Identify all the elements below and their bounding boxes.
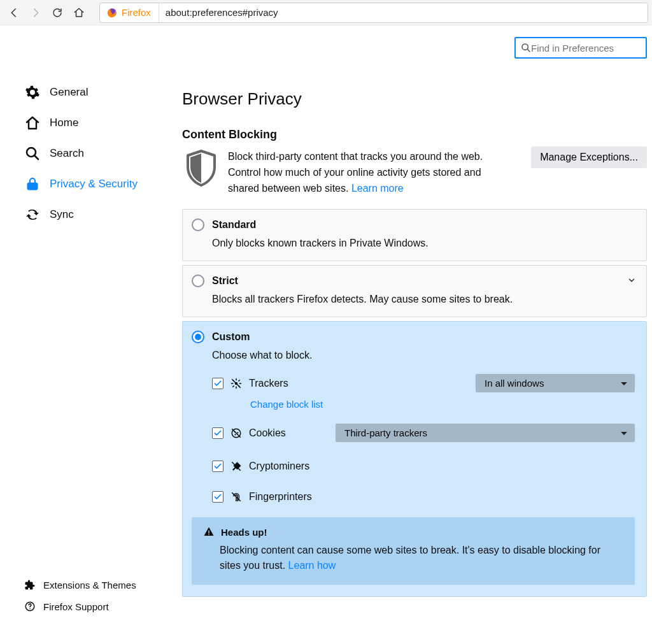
shield-icon bbox=[185, 149, 218, 187]
radio-strict[interactable] bbox=[192, 275, 204, 287]
identity-label: Firefox bbox=[122, 7, 151, 18]
learn-more-link[interactable]: Learn more bbox=[351, 183, 404, 194]
back-icon bbox=[8, 7, 20, 18]
sidebar-bottom-label: Extensions & Themes bbox=[43, 580, 136, 590]
checkbox-fingerprinters[interactable] bbox=[212, 491, 223, 503]
svg-point-4 bbox=[29, 608, 31, 610]
heads-up-body: Blocking content can cause some web site… bbox=[220, 543, 623, 573]
gear-icon bbox=[24, 84, 41, 101]
custom-row-cookies: Cookies Third-party trackers bbox=[212, 419, 635, 445]
checkbox-cryptominers[interactable] bbox=[212, 461, 223, 472]
option-strict[interactable]: Strict Blocks all trackers Firefox detec… bbox=[182, 265, 647, 317]
svg-point-10 bbox=[234, 434, 236, 435]
change-block-list-link[interactable]: Change block list bbox=[250, 399, 323, 410]
sidebar-item-privacy[interactable]: Privacy & Security bbox=[24, 176, 172, 192]
sidebar-item-extensions[interactable]: Extensions & Themes bbox=[24, 579, 172, 590]
option-strict-title: Strict bbox=[212, 275, 238, 287]
help-icon bbox=[24, 601, 36, 612]
search-icon bbox=[521, 43, 531, 53]
heads-up-title: Heads up! bbox=[221, 527, 267, 538]
custom-row-fingerprinters: Fingerprinters bbox=[212, 485, 635, 506]
cookies-label: Cookies bbox=[249, 427, 286, 439]
content-blocking-intro: Block third-party content that tracks yo… bbox=[228, 149, 514, 196]
page-title: Browser Privacy bbox=[182, 89, 647, 109]
sidebar-item-label: Home bbox=[50, 117, 78, 129]
heads-up-panel: Heads up! Blocking content can cause som… bbox=[192, 517, 635, 585]
custom-row-cryptominers: Cryptominers bbox=[212, 455, 635, 475]
sidebar-item-general[interactable]: General bbox=[24, 84, 172, 101]
home-icon bbox=[24, 115, 41, 131]
radio-custom[interactable] bbox=[192, 331, 204, 343]
option-standard[interactable]: Standard Only blocks known trackers in P… bbox=[182, 209, 647, 261]
lock-icon bbox=[24, 176, 41, 192]
puzzle-icon bbox=[24, 579, 36, 590]
chevron-down-icon[interactable] bbox=[627, 276, 636, 285]
forward-button[interactable] bbox=[25, 3, 46, 23]
svg-rect-2 bbox=[27, 183, 38, 190]
sync-icon bbox=[24, 206, 41, 223]
manage-exceptions-button[interactable]: Manage Exceptions... bbox=[531, 147, 647, 168]
cryptominers-label: Cryptominers bbox=[249, 461, 309, 472]
trackers-icon bbox=[230, 377, 243, 390]
trackers-label: Trackers bbox=[249, 378, 288, 389]
browser-toolbar: Firefox about:preferences#privacy bbox=[0, 0, 652, 25]
sidebar-item-sync[interactable]: Sync bbox=[24, 206, 172, 223]
preferences-sidebar: General Home Search Privacy & Security bbox=[0, 25, 172, 644]
option-standard-desc: Only blocks known trackers in Private Wi… bbox=[212, 238, 635, 249]
url-text: about:preferences#privacy bbox=[159, 7, 285, 18]
home-button[interactable] bbox=[69, 3, 89, 23]
radio-standard[interactable] bbox=[192, 218, 204, 231]
sidebar-item-label: Search bbox=[50, 147, 84, 160]
cookies-icon bbox=[230, 427, 243, 440]
forward-icon bbox=[30, 7, 41, 18]
section-title: Content Blocking bbox=[182, 128, 647, 141]
home-icon bbox=[73, 7, 85, 18]
svg-rect-12 bbox=[208, 534, 209, 535]
sidebar-item-home[interactable]: Home bbox=[24, 115, 172, 131]
sidebar-item-search[interactable]: Search bbox=[24, 145, 172, 162]
reload-icon bbox=[52, 7, 63, 18]
option-strict-desc: Blocks all trackers Firefox detects. May… bbox=[212, 294, 635, 305]
option-custom-title: Custom bbox=[212, 331, 250, 343]
option-standard-title: Standard bbox=[212, 219, 256, 231]
preferences-search[interactable] bbox=[514, 37, 647, 59]
fingerprinters-label: Fingerprinters bbox=[249, 491, 312, 503]
checkbox-trackers[interactable] bbox=[212, 378, 223, 389]
preferences-content: Browser Privacy Content Blocking Block t… bbox=[172, 25, 652, 644]
fingerprinters-icon bbox=[230, 490, 243, 503]
trackers-dropdown[interactable]: In all windows bbox=[476, 374, 635, 392]
sidebar-item-support[interactable]: Firefox Support bbox=[24, 601, 172, 612]
back-button[interactable] bbox=[4, 3, 24, 23]
sidebar-item-label: Privacy & Security bbox=[50, 178, 138, 190]
checkbox-cookies[interactable] bbox=[212, 427, 223, 439]
option-custom[interactable]: Custom Choose what to block. Trackers In… bbox=[182, 321, 647, 597]
cookies-dropdown[interactable]: Third-party trackers bbox=[336, 424, 635, 442]
sidebar-item-label: Sync bbox=[50, 208, 74, 221]
option-custom-desc: Choose what to block. bbox=[212, 350, 635, 361]
svg-point-9 bbox=[237, 432, 238, 433]
preferences-search-input[interactable] bbox=[531, 43, 652, 54]
reload-button[interactable] bbox=[47, 3, 67, 23]
search-icon bbox=[24, 145, 41, 162]
custom-row-trackers: Trackers In all windows bbox=[212, 369, 635, 395]
svg-rect-11 bbox=[208, 531, 209, 534]
sidebar-item-label: General bbox=[50, 86, 88, 99]
learn-how-link[interactable]: Learn how bbox=[288, 560, 336, 571]
warning-icon bbox=[203, 526, 215, 538]
cryptominers-icon bbox=[230, 460, 243, 473]
sidebar-bottom-label: Firefox Support bbox=[43, 601, 109, 612]
firefox-logo-icon bbox=[106, 7, 118, 18]
url-bar[interactable]: Firefox about:preferences#privacy bbox=[99, 3, 648, 23]
